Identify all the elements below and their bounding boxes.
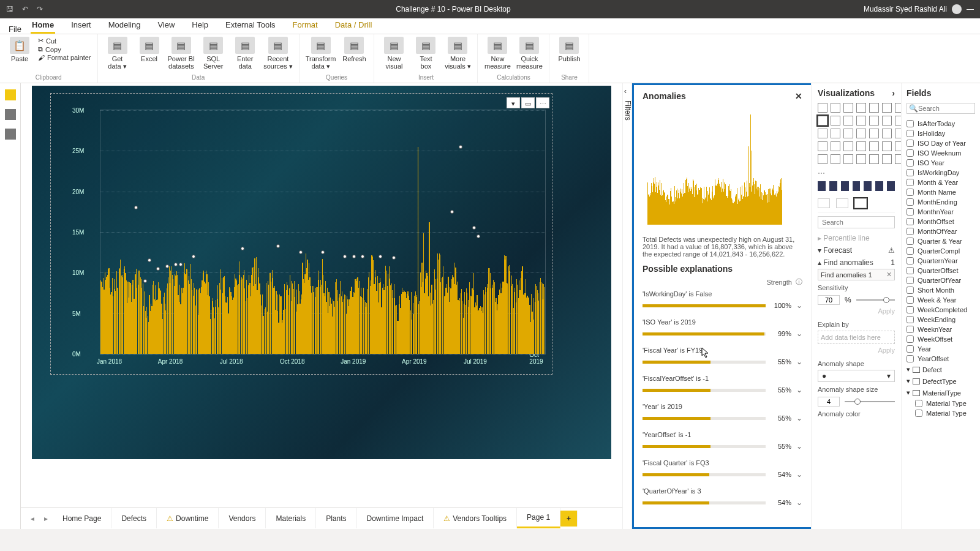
viz-type-icon[interactable] xyxy=(843,103,853,113)
redo-icon[interactable]: ↷ xyxy=(37,5,43,13)
viz-type-icon[interactable] xyxy=(818,103,827,113)
ribbon-sql-serverbutton[interactable]: ▤SQLServer xyxy=(200,37,227,73)
viz-type-icon[interactable] xyxy=(895,154,902,164)
data-view-icon[interactable] xyxy=(5,109,16,120)
collapse-viz-icon[interactable]: › xyxy=(892,88,895,98)
info-icon[interactable]: ⓘ xyxy=(796,277,802,287)
field-checkbox[interactable] xyxy=(907,140,914,147)
field-checkbox[interactable] xyxy=(907,179,914,186)
apply-sensitivity[interactable]: Apply xyxy=(818,305,895,317)
viz-type-icon[interactable] xyxy=(856,103,866,113)
menu-view[interactable]: View xyxy=(156,18,176,34)
anomaly-marker[interactable] xyxy=(352,255,356,258)
viz-type-icon[interactable] xyxy=(882,154,892,164)
window-minimize-icon[interactable]: — xyxy=(967,5,974,13)
anomaly-marker[interactable] xyxy=(379,255,382,258)
field-name[interactable]: QuarterOfYear xyxy=(918,277,961,284)
field-name[interactable]: Month Name xyxy=(918,189,956,196)
anomaly-marker[interactable] xyxy=(192,255,195,258)
sheet-tab[interactable]: Plants xyxy=(316,508,356,528)
field-name[interactable]: YearOffset xyxy=(918,355,949,362)
field-name[interactable]: Week & Year xyxy=(918,296,956,304)
table-name[interactable]: MaterialType xyxy=(922,389,961,397)
viz-type-icon[interactable] xyxy=(831,154,840,164)
chevron-down-icon[interactable]: ▾ xyxy=(907,365,910,373)
field-checkbox[interactable] xyxy=(907,159,914,167)
anomaly-marker[interactable] xyxy=(241,247,244,250)
field-checkbox[interactable] xyxy=(907,355,914,362)
field-name[interactable]: Month & Year xyxy=(918,179,958,186)
ribbon-excelbutton[interactable]: ▤Excel xyxy=(136,37,163,73)
menu-home[interactable]: Home xyxy=(31,18,55,34)
ribbon-text-boxbutton[interactable]: ▤Textbox xyxy=(412,37,439,73)
field-checkbox[interactable] xyxy=(907,149,914,157)
anomaly-marker[interactable] xyxy=(148,258,151,262)
viz-type-icon[interactable] xyxy=(895,141,902,151)
field-checkbox[interactable] xyxy=(907,218,914,225)
layer-icon[interactable] xyxy=(875,181,883,191)
anomaly-marker[interactable] xyxy=(165,264,169,268)
viz-type-icon[interactable] xyxy=(856,129,866,138)
viz-type-icon[interactable] xyxy=(869,103,879,113)
anomaly-marker[interactable] xyxy=(477,234,480,238)
cut-button[interactable]: ✂ Cut xyxy=(38,37,91,45)
viz-type-icon[interactable] xyxy=(843,154,853,164)
chevron-down-icon[interactable]: ⌄ xyxy=(796,442,802,451)
viz-type-icon[interactable] xyxy=(856,154,866,164)
filters-pane-collapsed[interactable]: ‹ Filters xyxy=(622,83,632,529)
find-anomalies-pill[interactable]: Find anomalies 1✕ xyxy=(818,269,895,280)
field-name[interactable]: QuarterOffset xyxy=(918,267,958,274)
report-view-icon[interactable] xyxy=(5,89,16,100)
viz-type-icon[interactable] xyxy=(856,141,866,151)
save-icon[interactable]: 🖫 xyxy=(6,5,13,13)
field-checkbox[interactable] xyxy=(907,296,914,304)
anomaly-marker[interactable] xyxy=(321,250,325,254)
sheet-tab[interactable]: Vendors xyxy=(219,508,266,528)
anomaly-marker[interactable] xyxy=(134,206,138,209)
viz-search-input[interactable] xyxy=(818,216,895,228)
tab-prev-icon[interactable]: ◂ xyxy=(26,514,39,523)
field-name[interactable]: MonthOfYear xyxy=(918,228,957,235)
close-anomalies-icon[interactable]: ✕ xyxy=(795,91,802,101)
layer-icon[interactable] xyxy=(887,181,895,191)
chevron-down-icon[interactable]: ⌄ xyxy=(796,414,802,422)
viz-type-icon[interactable] xyxy=(818,154,827,164)
ribbon-enter-databutton[interactable]: ▤Enterdata xyxy=(232,37,258,73)
field-checkbox[interactable] xyxy=(907,130,914,137)
field-checkbox[interactable] xyxy=(907,267,914,274)
field-name[interactable]: MonthOffset xyxy=(918,218,954,225)
field-name[interactable]: MonthEnding xyxy=(918,198,957,206)
field-checkbox[interactable] xyxy=(907,228,914,235)
viz-type-icon[interactable] xyxy=(869,116,879,126)
anomaly-marker[interactable] xyxy=(174,263,178,266)
field-checkbox[interactable] xyxy=(907,306,914,313)
field-name[interactable]: WeekCompleted xyxy=(918,306,967,313)
ribbon-publishbutton[interactable]: ▤Publish xyxy=(556,37,582,73)
field-name[interactable]: MonthnYear xyxy=(918,208,954,216)
paste-button[interactable]: 📋Paste xyxy=(6,37,33,73)
apply-explain[interactable]: Apply xyxy=(818,344,895,356)
layer-icon[interactable] xyxy=(864,181,872,191)
field-name[interactable]: Material Type xyxy=(926,400,967,407)
copy-button[interactable]: ⧉ Copy xyxy=(38,45,91,53)
field-name[interactable]: Quarter & Year xyxy=(918,238,962,245)
sheet-tab[interactable]: Materials xyxy=(266,508,316,528)
viz-type-icon[interactable] xyxy=(843,116,853,126)
menu-format[interactable]: Format xyxy=(292,18,319,34)
chevron-down-icon[interactable]: ⌄ xyxy=(796,470,802,479)
field-name[interactable]: IsAfterToday xyxy=(918,120,955,127)
anomaly-shape-select[interactable]: ●▾ xyxy=(818,370,895,382)
field-name[interactable]: WeekEnding xyxy=(918,316,956,323)
viz-type-icon[interactable] xyxy=(818,141,827,151)
analytics-pane-tab[interactable] xyxy=(854,198,867,208)
table-name[interactable]: Defect xyxy=(922,366,942,373)
field-checkbox[interactable] xyxy=(907,238,914,245)
ribbon-power-bi-datasetsbutton[interactable]: ▤Power BIdatasets xyxy=(168,37,195,73)
chevron-down-icon[interactable]: ⌄ xyxy=(796,329,802,338)
anomaly-marker[interactable] xyxy=(361,255,364,258)
layer-icon[interactable] xyxy=(853,181,861,191)
sheet-tab[interactable]: Page 1 xyxy=(517,508,560,528)
anomaly-size-slider[interactable] xyxy=(845,401,895,402)
field-checkbox[interactable] xyxy=(907,287,914,294)
field-checkbox[interactable] xyxy=(907,169,914,176)
